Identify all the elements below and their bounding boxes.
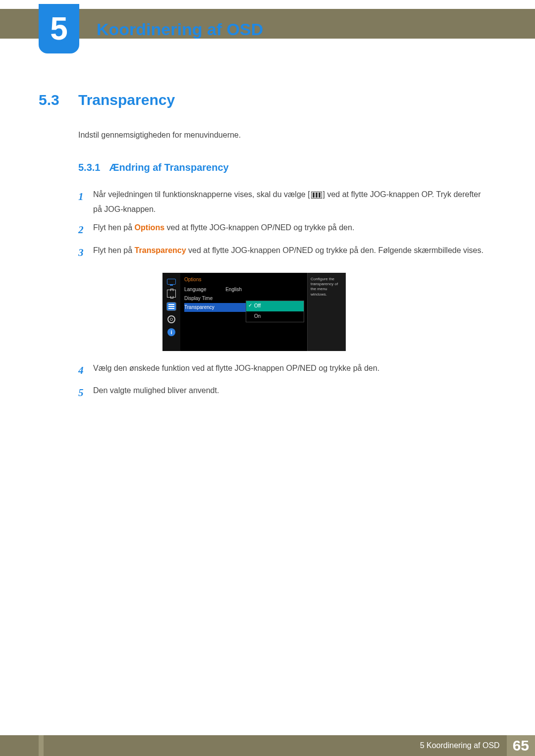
step-text: Når vejledningen til funktionsknapperne … (93, 187, 490, 217)
list-icon (167, 302, 176, 310)
step-text: Flyt hen på Transparency ved at flytte J… (93, 243, 490, 263)
osd-label: Transparency (184, 304, 214, 310)
osd-options-list: Off On (246, 301, 304, 322)
step-number: 2 (78, 220, 93, 240)
osd-menu: Options Language English Display Time Tr… (180, 273, 246, 351)
text-fragment: Flyt hen på (93, 246, 135, 254)
subsection-title: Ændring af Transparency (109, 162, 228, 173)
osd-option-on: On (246, 311, 304, 322)
step-2: 2 Flyt hen på Options ved at flytte JOG-… (78, 220, 490, 240)
step-3: 3 Flyt hen på Transparency ved at flytte… (78, 243, 490, 263)
footer-band: 5 Koordinering af OSD 65 (0, 735, 535, 756)
highlight-transparency: Transparency (135, 246, 186, 254)
step-number: 5 (78, 383, 93, 403)
osd-row-displaytime: Display Time (184, 294, 246, 303)
text-fragment: ved at flytte JOG-knappen OP/NED og tryk… (186, 246, 483, 254)
subsection-heading: 5.3.1Ændring af Transparency (78, 162, 490, 173)
osd-label: Display Time (184, 296, 213, 301)
osd-sidebar: i (162, 273, 180, 351)
step-5: 5 Den valgte mulighed bliver anvendt. (78, 383, 490, 403)
subsection-number: 5.3.1 (78, 162, 100, 173)
osd-description: Configure the transparency of the menu w… (307, 273, 346, 351)
osd-option-off: Off (246, 301, 304, 311)
step-text: Vælg den ønskede funktion ved at flytte … (93, 361, 490, 381)
footer-right: 5 Koordinering af OSD 65 (420, 735, 535, 756)
chapter-tab: 5 (39, 4, 79, 53)
section-intro: Indstil gennemsigtigheden for menuvindue… (78, 131, 490, 140)
text-fragment: ved at flytte JOG-knappen OP/NED og tryk… (164, 223, 354, 232)
osd-row-language: Language English (184, 285, 246, 294)
monitor-icon (167, 279, 176, 285)
text-fragment: Flyt hen på (93, 223, 135, 232)
step-4: 4 Vælg den ønskede funktion ved at flytt… (78, 361, 490, 381)
header-band (0, 9, 535, 39)
section-number: 5.3 (39, 92, 78, 108)
osd-label: Language (184, 287, 207, 292)
menu-icon (311, 192, 322, 199)
page-number: 65 (507, 735, 535, 756)
osd-screenshot: i Options Language English Display Time … (162, 273, 346, 351)
chapter-title: Koordinering af OSD (97, 20, 263, 39)
step-text: Flyt hen på Options ved at flytte JOG-kn… (93, 220, 490, 240)
page-content: 5.3Transparency Indstil gennemsigtighede… (39, 92, 490, 406)
osd-row-transparency: Transparency (184, 303, 246, 312)
section-heading: 5.3Transparency (39, 92, 490, 108)
gear-icon (167, 315, 175, 323)
step-number: 4 (78, 361, 93, 381)
osd-value: English (225, 287, 242, 292)
resize-icon (167, 290, 176, 298)
info-icon: i (167, 328, 175, 336)
osd-menu-title: Options (184, 277, 246, 282)
step-text: Den valgte mulighed bliver anvendt. (93, 383, 490, 403)
step-number: 1 (78, 187, 93, 217)
section-title: Transparency (78, 92, 175, 108)
highlight-options: Options (135, 223, 164, 232)
footer-chapter-ref: 5 Koordinering af OSD (420, 741, 500, 750)
chapter-number: 5 (50, 10, 68, 47)
step-1: 1 Når vejledningen til funktionsknappern… (78, 187, 490, 217)
text-fragment: Når vejledningen til funktionsknapperne … (93, 190, 310, 199)
step-number: 3 (78, 243, 93, 263)
